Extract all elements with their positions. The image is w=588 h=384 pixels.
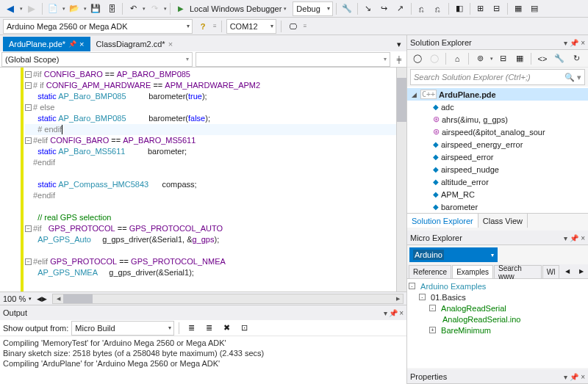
solution-search-input[interactable]: Search Solution Explorer (Ctrl+;) 🔍 ▾ — [410, 69, 585, 85]
me-tab-more[interactable]: Wl — [542, 265, 560, 278]
tab-overflow-icon[interactable]: ▾ — [392, 37, 406, 51]
scope-bar: (Global Scope)▾ ▾ ╪ — [0, 51, 406, 68]
panel-pin-icon[interactable]: 📌 — [389, 309, 398, 317]
undo-icon[interactable]: ↶ — [126, 1, 140, 16]
solution-subtabs: Solution Explorer Class View — [407, 213, 588, 228]
member-combo[interactable]: ▾ — [196, 52, 390, 67]
me-tab-examples[interactable]: Examples — [452, 265, 493, 278]
debugger-target[interactable]: Local Windows Debugger — [190, 4, 282, 13]
code-icon[interactable]: <> — [535, 51, 550, 66]
tree-item[interactable]: ⊛ahrs(&imu, g_gps) — [407, 113, 588, 126]
step-out-icon[interactable]: ↗ — [393, 1, 408, 16]
tree-item[interactable]: ◆airspeed_error — [407, 151, 588, 163]
tab-arduplane[interactable]: ArduPlane.pde* 📌 × — [3, 37, 90, 51]
output-text[interactable]: Compiling 'MemoryTest' for 'Arduino Mega… — [0, 336, 406, 384]
step-into-icon[interactable]: ↘ — [361, 1, 376, 16]
tree-item[interactable]: ◆APM_RC — [407, 188, 588, 200]
split-icon[interactable]: ╪ — [392, 52, 406, 67]
board-combo[interactable]: Arduino Mega 2560 or Mega ADK — [3, 19, 193, 34]
nav-forward-button[interactable]: ▶ — [24, 1, 39, 16]
panel-pin-icon[interactable]: 📌 — [570, 39, 578, 47]
toolbar-icon-1[interactable]: 🔧 — [340, 1, 354, 16]
home-icon[interactable]: ⌂ — [450, 51, 465, 66]
scope-combo[interactable]: (Global Scope)▾ — [1, 52, 193, 67]
panel-menu-icon[interactable]: ▾ — [384, 309, 387, 317]
output-icon-4[interactable]: ⊡ — [237, 321, 251, 336]
output-icon-3[interactable]: ✖ — [219, 321, 234, 336]
tab-classdiagram[interactable]: ClassDiagram2.cd* × — [90, 37, 179, 51]
tb-icon-a[interactable]: ⎌ — [415, 1, 429, 16]
tb-icon-b[interactable]: ⎌ — [431, 1, 445, 16]
output-source-combo[interactable]: Micro Build — [71, 321, 174, 336]
nav-back-button[interactable]: ◀ — [3, 1, 18, 16]
code-editor[interactable]: −#if CONFIG_BARO == AP_BARO_BMP085−# if … — [0, 68, 406, 291]
tb-icon-d[interactable]: ⊞ — [473, 1, 488, 16]
close-icon[interactable]: × — [168, 40, 173, 48]
tb-icon-g[interactable]: ▤ — [527, 1, 542, 16]
solution-tree[interactable]: ◢C++ArduPlane.pde◆adc⊛ahrs(&imu, g_gps)⊛… — [407, 87, 588, 213]
tb-icon-f[interactable]: ▦ — [511, 1, 526, 16]
output-panel: Output ▾ 📌 × Show output from: Micro Bui… — [0, 305, 406, 384]
pin-icon[interactable]: 📌 — [68, 40, 76, 48]
properties-title: Properties — [410, 372, 447, 381]
tab-scroll-right-icon[interactable]: ▶ — [574, 264, 588, 278]
output-title: Output — [3, 308, 27, 317]
main-toolbar-2: Arduino Mega 2560 or Mega ADK ? ≡ COM12 … — [0, 18, 588, 35]
tree-item[interactable]: ◆adc — [407, 101, 588, 113]
panel-pin-icon[interactable]: 📌 — [570, 373, 578, 381]
refresh-icon[interactable]: ↻ — [569, 51, 584, 66]
back-icon[interactable]: ◯ — [410, 51, 425, 66]
start-debug-button[interactable]: ▶ — [173, 1, 188, 16]
tb-icon-c[interactable]: ◧ — [452, 1, 467, 16]
micro-explorer-tree[interactable]: - Arduino Examples - 01.Basics - AnalogR… — [407, 279, 588, 368]
panel-close-icon[interactable]: × — [581, 234, 585, 242]
document-tabs: ArduPlane.pde* 📌 × ClassDiagram2.cd* × ▾ — [0, 35, 406, 51]
tree-item[interactable]: ◆airspeed_energy_error — [407, 138, 588, 151]
tab-scroll-left-icon[interactable]: ◀ — [560, 264, 574, 278]
sync-icon[interactable]: ⊚ — [473, 51, 487, 66]
tree-item[interactable]: ◆altitude_error — [407, 175, 588, 188]
tab-solution-explorer[interactable]: Solution Explorer — [407, 214, 478, 228]
zoom-level[interactable]: 100 % — [3, 294, 26, 303]
open-file-icon[interactable]: 📂 — [67, 1, 82, 16]
tree-item[interactable]: ◆barometer — [407, 200, 588, 213]
output-icon-1[interactable]: ≣ — [184, 321, 198, 336]
zoom-bar: 100 % ▾ ◀▶ ◀ ▶ — [0, 291, 406, 305]
solution-toolbar: ◯ ◯ ⌂ ⊚▾ ⊟ ▦ <> 🔧 ↻ — [407, 50, 588, 68]
me-tab-reference[interactable]: Reference — [409, 265, 451, 278]
tree-item[interactable]: ◆airspeed_nudge — [407, 163, 588, 175]
tab-class-view[interactable]: Class View — [478, 214, 528, 228]
save-icon[interactable]: 💾 — [88, 1, 103, 16]
config-combo[interactable]: Debug — [293, 1, 332, 16]
port-combo[interactable]: COM12 — [226, 19, 276, 34]
close-icon[interactable]: × — [79, 40, 84, 48]
zoom-icon[interactable]: ◀▶ — [35, 291, 49, 306]
panel-menu-icon[interactable]: ▾ — [564, 373, 567, 381]
micro-filter-combo[interactable]: Arduino▾ — [409, 247, 498, 262]
step-over-icon[interactable]: ↪ — [377, 1, 392, 16]
me-tab-search[interactable]: Search www — [494, 265, 542, 278]
fwd-icon[interactable]: ◯ — [427, 51, 442, 66]
new-project-icon[interactable]: 📄 — [46, 1, 60, 16]
prop-icon[interactable]: 🔧 — [552, 51, 567, 66]
save-all-icon[interactable]: 🗄 — [104, 1, 119, 16]
show-all-icon[interactable]: ▦ — [512, 51, 527, 66]
panel-close-icon[interactable]: × — [581, 373, 585, 381]
panel-close-icon[interactable]: × — [581, 39, 585, 47]
panel-close-icon[interactable]: × — [399, 309, 404, 317]
panel-pin-icon[interactable]: 📌 — [570, 234, 578, 242]
panel-menu-icon[interactable]: ▾ — [564, 234, 567, 242]
redo-icon[interactable]: ↷ — [147, 1, 162, 16]
output-icon-2[interactable]: ≣ — [201, 321, 216, 336]
help-icon[interactable]: ? — [196, 19, 210, 34]
main-toolbar-1: ◀▾ ▶ 📄▾ 📂▾ 💾 🗄 ↶▾ ↷▾ ▶ Local Windows Deb… — [0, 0, 588, 18]
hscrollbar[interactable]: ◀ ▶ — [52, 294, 404, 304]
tree-item[interactable]: ⊛airspeed(&pitot_analog_sour — [407, 126, 588, 138]
monitor-icon[interactable]: 🖵 — [286, 19, 301, 34]
tb-icon-e[interactable]: ⊟ — [490, 1, 504, 16]
panel-menu-icon[interactable]: ▾ — [564, 39, 567, 47]
collapse-icon[interactable]: ⊟ — [495, 51, 510, 66]
output-source-label: Show output from: — [3, 324, 68, 333]
micro-explorer-title: Micro Explorer — [410, 233, 462, 242]
vscrollbar[interactable] — [396, 68, 406, 291]
